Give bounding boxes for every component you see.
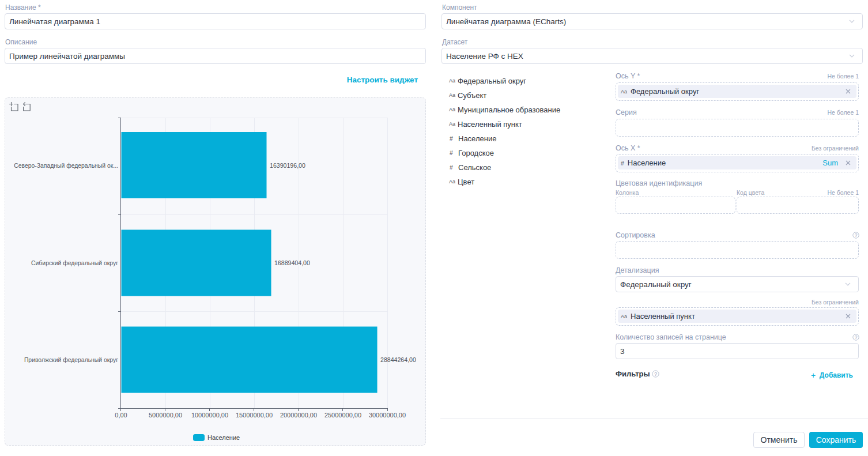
- svg-text:Приволжский федеральный округ: Приволжский федеральный округ: [24, 357, 118, 363]
- svg-text:28844264,00: 28844264,00: [380, 356, 416, 363]
- svg-text:16889404,00: 16889404,00: [274, 259, 310, 266]
- svg-text:5000000,00: 5000000,00: [149, 412, 182, 419]
- svg-text:?: ?: [855, 232, 858, 238]
- svg-text:10000000,00: 10000000,00: [191, 412, 228, 419]
- svg-text:Сибирский федеральный округ: Сибирский федеральный округ: [31, 260, 118, 266]
- svg-text:16390196,00: 16390196,00: [270, 162, 305, 169]
- svg-text:15000000,00: 15000000,00: [236, 412, 273, 419]
- svg-text:?: ?: [654, 371, 657, 377]
- svg-text:Население: Население: [207, 434, 240, 441]
- svg-text:20000000,00: 20000000,00: [280, 412, 317, 419]
- svg-text:30000000,00: 30000000,00: [369, 412, 406, 419]
- svg-text:?: ?: [855, 334, 858, 340]
- svg-text:0,00: 0,00: [115, 412, 127, 419]
- svg-text:Северо-Западный федеральный ок: Северо-Западный федеральный ок...: [14, 163, 118, 169]
- svg-text:25000000,00: 25000000,00: [324, 412, 361, 419]
